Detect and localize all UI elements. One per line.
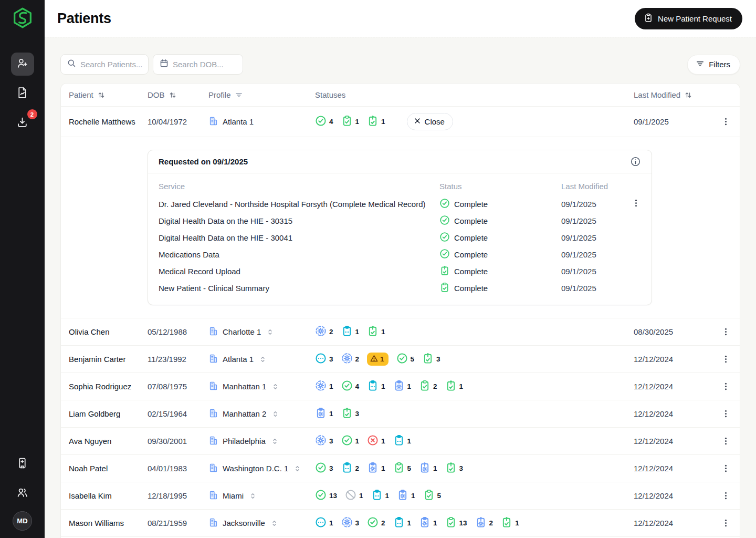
status-chip[interactable]: 3 [341,407,360,420]
close-expanded-button[interactable]: Close [407,113,453,130]
status-chip[interactable]: 5 [396,353,415,366]
status-chip[interactable]: 1 [345,489,363,502]
service-row[interactable]: Medical Record UploadComplete09/1/2025 [159,263,641,280]
status-chip[interactable]: 4 [315,115,333,128]
status-chip[interactable]: 1 [341,325,360,338]
search-dob-box[interactable] [153,54,243,75]
status-chip[interactable]: 1 [341,115,360,128]
sidebar-item-patients[interactable] [11,53,34,76]
status-chip[interactable]: 1 [371,489,390,502]
profile-selector-icon[interactable] [271,382,279,391]
table-row[interactable]: Mason Williams08/21/1959Jacksonville1321… [61,509,740,536]
status-chip[interactable]: 2 [341,462,360,475]
status-chip[interactable]: 3 [445,462,464,475]
search-dob-input[interactable] [173,60,236,69]
sidebar-item-reports[interactable] [11,82,34,105]
row-menu-button[interactable] [711,327,740,337]
status-chip[interactable]: 1 [393,380,412,393]
table-row[interactable]: Liam Goldberg02/15/1964Manhattan 21312/1… [61,400,740,427]
search-patients-box[interactable] [60,54,149,75]
sidebar-item-downloads[interactable]: 2 [11,111,34,134]
status-chip[interactable]: 13 [445,516,467,530]
row-menu-button[interactable] [711,381,740,391]
status-chip[interactable]: 1 [367,434,385,448]
status-chip[interactable]: 1 [393,434,412,448]
row-menu-button[interactable] [711,354,740,364]
status-chip[interactable]: 1 [367,462,385,475]
row-menu-button[interactable] [711,463,740,473]
status-chip[interactable]: 1 [419,462,437,475]
status-chip[interactable]: 2 [341,353,360,366]
status-chip[interactable]: 3 [315,434,333,448]
service-menu-button[interactable] [631,198,641,210]
row-menu-button[interactable] [711,409,740,419]
service-row[interactable]: Dr. Jared Cleveland - Northside Hospital… [159,195,641,212]
status-chip[interactable]: 5 [423,489,442,502]
status-warning-badge[interactable]: 1 [367,353,388,366]
user-avatar[interactable]: MD [13,511,32,531]
status-chip[interactable]: 1 [367,380,385,393]
status-chip[interactable]: 2 [367,516,385,530]
status-chip[interactable]: 5 [393,462,412,475]
table-row[interactable]: Noah Patel04/01/1983Washington D.C. 1321… [61,454,740,482]
brand-logo[interactable] [10,5,35,30]
row-menu-button[interactable] [711,518,740,528]
status-chip[interactable]: 1 [397,489,415,502]
profile-selector-icon[interactable] [259,355,267,364]
status-chip[interactable]: 13 [315,489,337,502]
status-chip[interactable]: 3 [422,353,440,366]
status-chip[interactable]: 2 [475,516,494,530]
filters-button[interactable]: Filters [687,55,740,75]
profile-selector-icon[interactable] [293,464,301,473]
sidebar-item-facilities[interactable] [11,452,34,475]
profile-selector-icon[interactable] [249,492,257,500]
status-chip[interactable]: 3 [315,462,333,475]
status-chip[interactable]: 3 [315,353,333,366]
building-icon [208,381,218,392]
info-icon[interactable] [630,156,641,167]
table-row[interactable]: Benjamin Carter11/23/1992Atlanta 1321531… [61,345,740,373]
search-patients-input[interactable] [80,60,142,69]
table-row[interactable]: Sophia Rodriguez07/08/1975Manhattan 1141… [61,373,740,400]
profile-selector-icon[interactable] [271,410,279,418]
status-chip[interactable]: 1 [419,516,437,530]
status-chip[interactable]: 1 [367,115,385,128]
sort-last-modified-icon[interactable] [684,91,692,99]
status-chip[interactable]: 1 [315,407,333,420]
status-chip[interactable]: 2 [419,380,437,393]
status-chip[interactable]: 1 [341,434,360,448]
table-row[interactable]: Ava Nguyen09/30/2001Philadelphia311112/1… [61,427,740,454]
row-menu-button[interactable] [711,117,740,127]
status-chip[interactable]: 4 [341,380,360,393]
sort-dob-icon[interactable] [169,91,177,99]
patient-name: Liam Goldberg [69,409,148,418]
clipboard-gear-icon [419,516,430,530]
service-row[interactable]: Digital Health Data on the HIE - 30315Co… [159,212,641,229]
table-row[interactable]: Olivia Chen05/12/1988Charlotte 121108/30… [61,318,740,345]
sidebar-item-team[interactable] [11,482,34,505]
status-chip[interactable]: 1 [445,380,464,393]
table-row[interactable]: Isabella Kim12/18/1995Miami13111512/12/2… [61,482,740,509]
filter-profile-icon[interactable] [235,91,243,99]
check-circle-icon [367,516,379,530]
profile-selector-icon[interactable] [266,328,274,336]
profile-selector-icon[interactable] [271,437,279,446]
status-chip[interactable]: 1 [501,516,519,530]
status-chip[interactable]: 3 [341,516,360,530]
service-row[interactable]: Digital Health Data on the HIE - 30041Co… [159,229,641,246]
service-row[interactable]: New Patient - Clinical SummaryComplete09… [159,280,641,296]
sort-patient-icon[interactable] [97,91,106,99]
row-menu-button[interactable] [711,436,740,446]
table-row[interactable]: Rochelle Matthews10/04/1972Atlanta 1411C… [61,106,740,137]
row-menu-button[interactable] [711,491,740,501]
status-chip[interactable]: 1 [315,516,333,530]
status-chip[interactable]: 1 [315,380,333,393]
clipboard-upload-icon [367,115,379,128]
new-patient-request-button[interactable]: New Patient Request [635,8,742,29]
status-chip[interactable]: 2 [315,325,333,338]
status-chip[interactable]: 1 [393,516,412,530]
patient-name: Olivia Chen [69,327,148,336]
service-row[interactable]: Medications DataComplete09/1/2025 [159,246,641,263]
profile-selector-icon[interactable] [270,519,278,527]
status-chip[interactable]: 1 [367,325,385,338]
